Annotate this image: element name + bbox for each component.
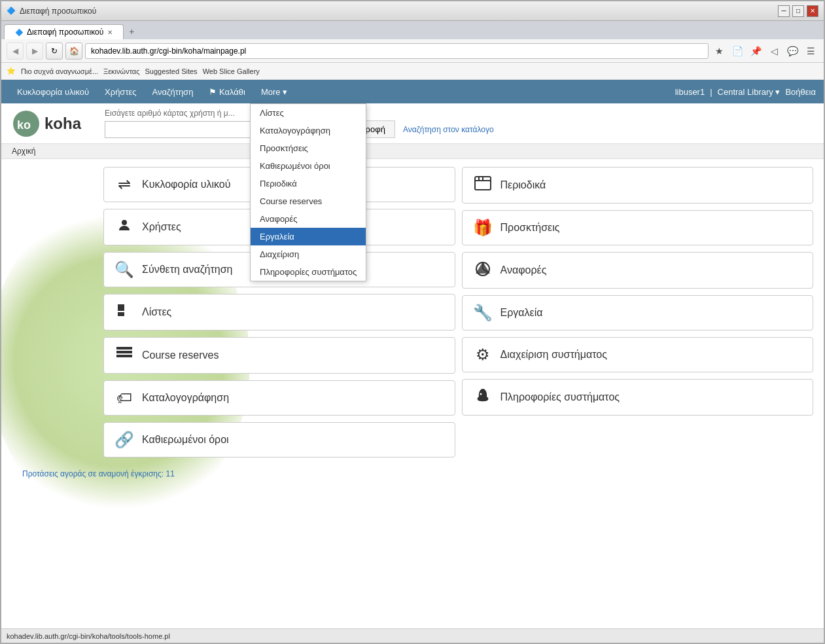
dropdown-tools[interactable]: Εργαλεία: [251, 228, 366, 245]
nav-icons: ★ 📄 📌 ◁ 💬 ☰: [711, 43, 818, 59]
dropdown-cataloging[interactable]: Καταλογογράφηση: [251, 122, 366, 139]
serials-label: Περιοδικά: [500, 179, 546, 191]
close-button[interactable]: ✕: [807, 5, 818, 17]
bookmarks-bar: ⭐ Πιο συχνά αναγνωσμέ... Ξεκινώντας Sugg…: [1, 63, 824, 80]
grid-item-reports[interactable]: Αναφορές: [462, 252, 814, 289]
koha-wordmark: koha: [44, 115, 81, 133]
dropdown-lists[interactable]: Λίστες: [251, 104, 366, 122]
breadcrumb-home[interactable]: Αρχική: [12, 147, 35, 156]
advanced-search-label: Σύνθετη αναζήτηση: [142, 264, 233, 276]
title-bar: 🔷 Διεπαφή προσωπικού ─ □ ✕: [1, 1, 824, 21]
dropdown-authorities[interactable]: Καθιερωμένοι όροι: [251, 157, 366, 175]
window-controls: ─ □ ✕: [778, 5, 818, 17]
nav-more-button[interactable]: More ▾: [253, 82, 295, 102]
koha-logo: ko koha: [12, 109, 81, 138]
active-tab[interactable]: 🔷 Διεπαφή προσωπικού ✕: [4, 24, 124, 39]
nav-help[interactable]: Βοήθεια: [785, 87, 816, 97]
authorities-label: Καθιερωμένοι όροι: [142, 434, 229, 446]
tools-icon: 🔧: [473, 304, 493, 322]
catalog-search-link[interactable]: Αναζήτηση στον κατάλογο: [403, 125, 494, 134]
cataloging-label: Καταλογογράφηση: [142, 392, 229, 404]
lists-icon: [114, 302, 134, 322]
tab-close-icon[interactable]: ✕: [107, 29, 113, 36]
grid-item-sysinfo[interactable]: Πληροφορίες συστήματος: [462, 379, 814, 416]
nav-username[interactable]: libuser1: [675, 87, 705, 97]
authorities-icon: 🔗: [114, 431, 134, 449]
dropdown-administration[interactable]: Διαχείριση: [251, 245, 366, 263]
svg-rect-3: [118, 304, 124, 311]
grid-item-lists[interactable]: Λίστες: [103, 294, 455, 331]
back-arrow-icon[interactable]: ◁: [766, 43, 782, 59]
sysinfo-icon: [473, 387, 493, 407]
app-nav: Κυκλοφορία υλικού Χρήστες Αναζήτηση ⚑ Κα…: [1, 80, 824, 103]
svg-rect-5: [116, 355, 132, 357]
menu-icon[interactable]: ☰: [803, 43, 818, 59]
bookmark-3[interactable]: Suggested Sites: [145, 67, 198, 75]
circulation-icon: ⇌: [114, 175, 134, 194]
lists-label: Λίστες: [142, 306, 171, 318]
dropdown-course-reserves[interactable]: Course reserves: [251, 192, 366, 210]
acquisitions-label: Προσκτήσεις: [500, 222, 560, 234]
minimize-button[interactable]: ─: [778, 5, 790, 17]
bottom-info: Προτάσεις αγοράς σε αναμονή έγκρισης: 11: [12, 464, 813, 484]
dropdown-sysinfo[interactable]: Πληροφορίες συστήματος: [251, 263, 366, 281]
svg-rect-6: [116, 351, 132, 353]
users-label: Χρήστες: [142, 221, 181, 233]
patron-search-input[interactable]: [105, 121, 268, 138]
bookmark-2[interactable]: Ξεκινώντας: [103, 67, 139, 75]
back-button[interactable]: ◀: [7, 43, 24, 60]
url-bar[interactable]: [85, 43, 709, 59]
sysinfo-label: Πληροφορίες συστήματος: [500, 391, 620, 403]
course-reserves-label: Course reserves: [142, 349, 219, 361]
forward-button[interactable]: ▶: [26, 43, 43, 60]
svg-point-2: [122, 220, 127, 225]
reload-button[interactable]: ↻: [46, 43, 63, 60]
pending-suggestions-link[interactable]: Προτάσεις αγοράς σε αναμονή έγκρισης: 11: [22, 469, 175, 478]
pin-icon[interactable]: 📌: [748, 43, 764, 59]
read-view-icon[interactable]: 📄: [729, 43, 745, 59]
dropdown-acquisitions[interactable]: Προσκτήσεις: [251, 139, 366, 157]
koha-logo-icon: ko: [12, 109, 41, 138]
bookmark-1[interactable]: Πιο συχνά αναγνωσμέ...: [21, 67, 98, 75]
nav-library[interactable]: Central Library ▾: [718, 87, 781, 97]
course-reserves-icon: [114, 346, 134, 365]
grid-item-serials[interactable]: Περιοδικά: [462, 167, 814, 204]
grid-item-administration[interactable]: ⚙ Διαχείριση συστήματος: [462, 337, 814, 372]
administration-label: Διαχείριση συστήματος: [500, 349, 607, 361]
advanced-search-icon: 🔍: [114, 260, 134, 279]
browser-window: 🔷 Διεπαφή προσωπικού ─ □ ✕ 🔷 Διεπαφή προ…: [0, 0, 825, 644]
tools-label: Εργαλεία: [500, 307, 543, 319]
svg-rect-4: [118, 312, 124, 316]
favorites-icon[interactable]: ★: [711, 43, 727, 59]
content-area: ⇌ Κυκλοφορία υλικού Χρήστες: [1, 159, 824, 628]
svg-point-13: [480, 393, 482, 395]
app-content: Κυκλοφορία υλικού Χρήστες Αναζήτηση ⚑ Κα…: [1, 80, 824, 628]
administration-icon: ⚙: [473, 346, 493, 364]
pending-suggestions-count: 11: [166, 469, 174, 478]
nav-circulation[interactable]: Κυκλοφορία υλικού: [9, 82, 97, 102]
users-icon: [114, 217, 134, 237]
grid-item-cataloging[interactable]: 🏷 Καταλογογράφηση: [103, 380, 455, 416]
home-button[interactable]: 🏠: [65, 43, 82, 60]
grid-item-authorities[interactable]: 🔗 Καθιερωμένοι όροι: [103, 422, 455, 457]
nav-separator: |: [710, 87, 712, 97]
nav-basket[interactable]: ⚑ Καλάθι: [201, 82, 253, 102]
status-url: kohadev.lib.auth.gr/cgi-bin/koha/tools/t…: [7, 632, 170, 640]
window-title: Διεπαφή προσωπικού: [20, 7, 778, 16]
grid-item-tools[interactable]: 🔧 Εργαλεία: [462, 295, 814, 331]
serials-icon: [473, 175, 493, 195]
bookmark-4[interactable]: Web Slice Gallery: [203, 67, 260, 75]
grid-item-acquisitions[interactable]: 🎁 Προσκτήσεις: [462, 210, 814, 245]
circulation-label: Κυκλοφορία υλικού: [142, 179, 230, 190]
status-bar: kohadev.lib.auth.gr/cgi-bin/koha/tools/t…: [1, 628, 824, 643]
maximize-button[interactable]: □: [792, 5, 804, 17]
more-dropdown: Λίστες Καταλογογράφηση Προσκτήσεις Καθιε…: [250, 103, 366, 281]
nav-users[interactable]: Χρήστες: [97, 82, 145, 102]
grid-item-course-reserves[interactable]: Course reserves: [103, 337, 455, 374]
chat-icon[interactable]: 💬: [784, 43, 800, 59]
new-tab-button[interactable]: +: [124, 24, 139, 39]
dropdown-reports[interactable]: Αναφορές: [251, 210, 366, 228]
nav-search[interactable]: Αναζήτηση: [145, 82, 202, 102]
search-hint: Εισάγετε αριθμό κάρτας χρήστη ή μ...: [105, 109, 235, 118]
dropdown-serials[interactable]: Περιοδικά: [251, 175, 366, 192]
